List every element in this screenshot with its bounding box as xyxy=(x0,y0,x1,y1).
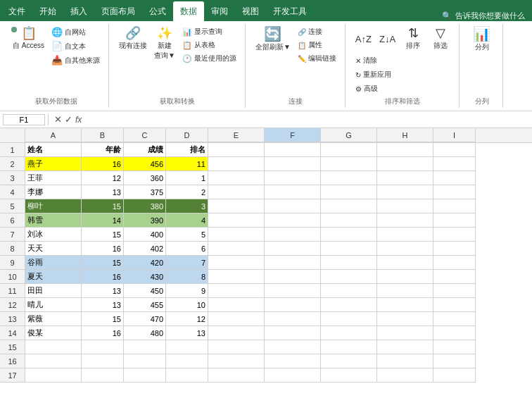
tab-home[interactable]: 开始 xyxy=(32,1,63,21)
cell-r4-c2[interactable]: 375 xyxy=(124,185,166,199)
cell-r7-c5[interactable] xyxy=(265,228,321,242)
cell-r16-c3[interactable] xyxy=(166,354,208,368)
cell-r2-c0[interactable]: 燕子 xyxy=(25,157,82,171)
cell-r16-c1[interactable] xyxy=(82,354,124,368)
tab-review[interactable]: 审阅 xyxy=(204,1,235,21)
cell-r10-c1[interactable]: 16 xyxy=(82,270,124,284)
row-header-11[interactable]: 11 xyxy=(0,284,25,298)
btn-web[interactable]: 🌐 自网站 xyxy=(49,25,103,39)
row-header-1[interactable]: 1 xyxy=(0,143,25,157)
cell-r4-c1[interactable]: 13 xyxy=(82,185,124,199)
cell-r4-c0[interactable]: 李娜 xyxy=(25,185,82,199)
cell-r5-c0[interactable]: 柳叶 xyxy=(25,199,82,213)
cell-r9-c1[interactable]: 15 xyxy=(82,256,124,270)
btn-edit-links[interactable]: ✏️ 编辑链接 xyxy=(295,52,339,65)
row-header-4[interactable]: 4 xyxy=(0,185,25,199)
col-header-h[interactable]: H xyxy=(377,128,433,142)
btn-existing-conn[interactable]: 🔗 现有连接 xyxy=(116,25,150,52)
cell-r12-c6[interactable] xyxy=(321,298,377,312)
cell-r14-c1[interactable]: 16 xyxy=(82,326,124,340)
cell-r2-c5[interactable] xyxy=(265,157,321,171)
cell-r7-c7[interactable] xyxy=(377,228,433,242)
cell-r6-c2[interactable]: 390 xyxy=(124,213,166,228)
tab-formula[interactable]: 公式 xyxy=(142,1,173,21)
cell-r8-c2[interactable]: 402 xyxy=(124,242,166,256)
cell-r5-c6[interactable] xyxy=(321,199,377,213)
cell-r12-c4[interactable] xyxy=(208,298,265,312)
cell-r1-c3[interactable]: 排名 xyxy=(166,143,208,157)
cell-r14-c8[interactable] xyxy=(433,326,476,340)
cell-r16-c5[interactable] xyxy=(265,354,321,368)
cell-r10-c7[interactable] xyxy=(377,270,433,284)
cell-r8-c7[interactable] xyxy=(377,242,433,256)
btn-recent[interactable]: 🕐 最近使用的源 xyxy=(179,52,239,65)
row-header-13[interactable]: 13 xyxy=(0,312,25,326)
col-header-g[interactable]: G xyxy=(321,128,377,142)
btn-new-query[interactable]: ✨ 新建查询▼ xyxy=(151,25,178,62)
cell-r6-c7[interactable] xyxy=(377,213,433,228)
cell-r15-c1[interactable] xyxy=(82,340,124,354)
cell-r14-c0[interactable]: 俊某 xyxy=(25,326,82,340)
cell-r1-c2[interactable]: 成绩 xyxy=(124,143,166,157)
cell-r15-c3[interactable] xyxy=(166,340,208,354)
cell-r15-c8[interactable] xyxy=(433,340,476,354)
cell-r17-c6[interactable] xyxy=(321,368,377,383)
tab-data[interactable]: 数据 xyxy=(173,1,204,21)
cell-r3-c5[interactable] xyxy=(265,171,321,185)
cell-r3-c6[interactable] xyxy=(321,171,377,185)
btn-from-table[interactable]: 📋 从表格 xyxy=(179,39,239,51)
btn-other[interactable]: 📥 自其他来源 xyxy=(49,54,103,67)
cell-r4-c4[interactable] xyxy=(208,185,265,199)
cell-r3-c7[interactable] xyxy=(377,171,433,185)
btn-clear[interactable]: ✕ 清除 xyxy=(353,54,394,67)
btn-sort-za[interactable]: Z↓A xyxy=(376,25,398,52)
cell-r3-c0[interactable]: 王菲 xyxy=(25,171,82,185)
cell-r6-c0[interactable]: 韩雪 xyxy=(25,213,82,228)
cell-r8-c3[interactable]: 6 xyxy=(166,242,208,256)
cell-r5-c3[interactable]: 3 xyxy=(166,199,208,213)
cell-r15-c6[interactable] xyxy=(321,340,377,354)
cell-r5-c2[interactable]: 380 xyxy=(124,199,166,213)
cell-r17-c8[interactable] xyxy=(433,368,476,383)
cell-r17-c0[interactable] xyxy=(25,368,82,383)
cell-r5-c1[interactable]: 15 xyxy=(82,199,124,213)
cell-r17-c7[interactable] xyxy=(377,368,433,383)
cell-r11-c8[interactable] xyxy=(433,284,476,298)
cell-r1-c7[interactable] xyxy=(377,143,433,157)
cell-r13-c4[interactable] xyxy=(208,312,265,326)
cell-r9-c4[interactable] xyxy=(208,256,265,270)
cell-r3-c8[interactable] xyxy=(433,171,476,185)
cell-r3-c4[interactable] xyxy=(208,171,265,185)
row-header-5[interactable]: 5 xyxy=(0,199,25,213)
cell-r3-c2[interactable]: 360 xyxy=(124,171,166,185)
cell-r13-c0[interactable]: 紫薇 xyxy=(25,312,82,326)
cancel-icon[interactable]: ✕ xyxy=(54,114,62,125)
cell-r9-c8[interactable] xyxy=(433,256,476,270)
cell-r1-c4[interactable] xyxy=(208,143,265,157)
cell-r9-c7[interactable] xyxy=(377,256,433,270)
cell-r16-c0[interactable] xyxy=(25,354,82,368)
btn-sort-az[interactable]: A↑Z xyxy=(353,25,374,52)
cell-r9-c2[interactable]: 420 xyxy=(124,256,166,270)
cell-r10-c6[interactable] xyxy=(321,270,377,284)
cell-r14-c5[interactable] xyxy=(265,326,321,340)
tab-view[interactable]: 视图 xyxy=(235,1,266,21)
cell-r13-c7[interactable] xyxy=(377,312,433,326)
cell-r8-c8[interactable] xyxy=(433,242,476,256)
cell-r10-c5[interactable] xyxy=(265,270,321,284)
cell-r5-c4[interactable] xyxy=(208,199,265,213)
btn-properties[interactable]: 📋 属性 xyxy=(295,39,339,51)
row-header-9[interactable]: 9 xyxy=(0,256,25,270)
cell-r16-c2[interactable] xyxy=(124,354,166,368)
cell-reference-box[interactable] xyxy=(3,114,45,125)
row-header-15[interactable]: 15 xyxy=(0,340,25,354)
cell-r15-c4[interactable] xyxy=(208,340,265,354)
cell-r6-c4[interactable] xyxy=(208,213,265,228)
col-header-i[interactable]: I xyxy=(433,128,476,142)
btn-text[interactable]: 📄 自文本 xyxy=(49,39,103,53)
tab-insert[interactable]: 插入 xyxy=(63,1,94,21)
cell-r17-c3[interactable] xyxy=(166,368,208,383)
cell-r14-c2[interactable]: 480 xyxy=(124,326,166,340)
row-header-17[interactable]: 17 xyxy=(0,368,25,383)
cell-r12-c2[interactable]: 455 xyxy=(124,298,166,312)
